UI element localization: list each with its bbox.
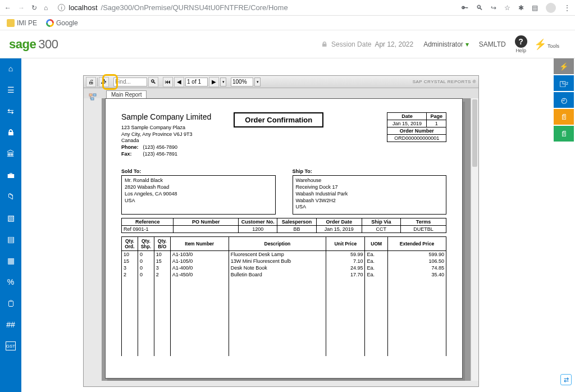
chevron-down-icon: ▾ bbox=[466, 40, 469, 48]
next-page-button[interactable]: ▶ bbox=[209, 77, 219, 87]
google-icon bbox=[46, 19, 54, 27]
rail-window1-icon[interactable]: ◳2 bbox=[554, 75, 574, 91]
table-row: 202A1-450/0Bulletin Board17.70Ea.35.40 bbox=[122, 271, 446, 356]
reload-icon[interactable]: ↻ bbox=[31, 4, 37, 12]
teamviewer-icon[interactable]: ⇄ bbox=[560, 374, 572, 385]
back-icon[interactable]: ← bbox=[4, 4, 11, 12]
nav-home-icon[interactable]: ⌂ bbox=[6, 64, 16, 73]
rail-bolt-icon[interactable]: ⚡ bbox=[554, 58, 574, 74]
first-page-button[interactable]: ⏮ bbox=[163, 77, 173, 87]
nav-card-icon[interactable]: ▧ bbox=[6, 213, 16, 222]
browser-toolbar: ← → ↻ ⌂ i localhost/Sage300/OnPremise/QU… bbox=[0, 0, 575, 16]
key-icon[interactable]: 🔑︎ bbox=[462, 4, 468, 12]
crystal-brand: SAP CRYSTAL REPORTS ® bbox=[413, 79, 476, 84]
report-canvas: Sample Company Limited 123 Sample Compan… bbox=[102, 98, 471, 381]
panel-icon[interactable]: ▤ bbox=[532, 4, 538, 12]
report-tabbar: Main Report bbox=[84, 88, 478, 98]
app-header: sage300 🔒︎ Session Date Apr 12, 2022 Adm… bbox=[0, 30, 575, 58]
extensions-icon[interactable]: ✱ bbox=[518, 4, 524, 12]
company-name: Sample Company Limited bbox=[121, 112, 211, 121]
table-row: 15015A1-105/013W Mini Fluorescent Bulb7.… bbox=[122, 258, 446, 265]
info-icon: i bbox=[58, 4, 65, 11]
bookmarks-bar: IMI PE Google bbox=[0, 16, 575, 30]
sage-logo[interactable]: sage300 bbox=[9, 37, 58, 52]
nav-hash-icon[interactable]: ## bbox=[6, 320, 16, 329]
forward-icon[interactable]: → bbox=[18, 4, 25, 12]
bookmark-google[interactable]: Google bbox=[46, 19, 78, 27]
zoom-icon[interactable]: 🔍︎ bbox=[476, 4, 483, 12]
nav-adjust-icon[interactable]: ⇆ bbox=[6, 107, 16, 116]
nav-clipboard-icon[interactable]: 📋︎ bbox=[6, 299, 16, 308]
report-page: Sample Company Limited 123 Sample Compan… bbox=[105, 98, 463, 379]
user-menu[interactable]: Administrator ▾ bbox=[423, 40, 469, 48]
zoom-dropdown[interactable]: ▾ bbox=[254, 78, 261, 86]
imi-icon bbox=[7, 19, 15, 27]
export-button[interactable]: 📥︎ bbox=[99, 77, 109, 87]
nav-percent-icon[interactable]: % bbox=[6, 277, 16, 286]
line-items-table: Qty. Ord. Qty. Shp. Qty. B/O Item Number… bbox=[121, 236, 446, 356]
session-date: 🔒︎ Session Date Apr 12, 2022 bbox=[321, 40, 413, 48]
profile-icon[interactable] bbox=[546, 3, 556, 13]
tab-main-report[interactable]: Main Report bbox=[106, 90, 147, 98]
ship-to-box: Ship To: Warehouse Receiving Dock 17 Wab… bbox=[293, 168, 447, 215]
rail-window2-icon[interactable]: ◴ bbox=[554, 92, 574, 108]
nav-grid-icon[interactable]: ▦ bbox=[6, 256, 16, 265]
nav-briefcase-icon[interactable]: 💼︎ bbox=[6, 171, 16, 180]
nav-doc-icon[interactable]: ▤ bbox=[6, 235, 16, 244]
menu-icon[interactable]: ⋮ bbox=[564, 4, 571, 12]
nav-lock-icon[interactable]: 🔒︎ bbox=[6, 128, 16, 137]
table-row: 303A1-400/0Desk Note Book24.95Ea.74.85 bbox=[122, 265, 446, 271]
sidebar: ⌂ ☰ ⇆ 🔒︎ 🏛︎ 💼︎ 📁︎ ▧ ▤ ▦ % 📋︎ ## GST ▸ bbox=[0, 58, 21, 392]
prev-page-button[interactable]: ◀ bbox=[174, 77, 184, 87]
group-tree-icon[interactable] bbox=[88, 93, 97, 102]
rail-doc-icon[interactable]: 📄︎ bbox=[554, 109, 574, 125]
url-bar[interactable]: i localhost/Sage300/OnPremise/QURNSU4tU0… bbox=[53, 3, 456, 12]
zoom-level[interactable]: 100% bbox=[231, 78, 253, 86]
bookmark-imi[interactable]: IMI PE bbox=[7, 19, 37, 27]
sold-to-box: Sold To: Mr. Ronald Black 2820 Wabash Ro… bbox=[121, 168, 276, 215]
main-content: 🖨︎ 📥︎ 🔍︎ ⏮ ◀ 1 of 1 ▶ ▾ 100% ▾ SAP CRYST… bbox=[21, 58, 575, 392]
company-code[interactable]: SAMLTD bbox=[479, 40, 506, 48]
lock-icon: 🔒︎ bbox=[321, 40, 328, 48]
company-address: 123 Sample Company Plaza Any City, Any P… bbox=[121, 125, 211, 157]
help-icon: ? bbox=[515, 35, 527, 48]
find-button[interactable]: 🔍︎ bbox=[148, 77, 158, 87]
rail-page-icon[interactable]: 📄︎ bbox=[554, 126, 574, 142]
nav-list-icon[interactable]: ☰ bbox=[6, 85, 16, 94]
report-toolbar: 🖨︎ 📥︎ 🔍︎ ⏮ ◀ 1 of 1 ▶ ▾ 100% ▾ SAP CRYST… bbox=[84, 76, 478, 88]
date-orderno-box: DatePage Jan 15, 20191 Order Number ORD0… bbox=[387, 112, 446, 142]
help-button[interactable]: ? Help bbox=[515, 35, 527, 53]
find-input[interactable] bbox=[113, 78, 147, 86]
page-indicator[interactable]: 1 of 1 bbox=[185, 78, 208, 86]
vertical-scrollbar[interactable] bbox=[471, 98, 478, 381]
order-info-row: Reference PO Number Customer No. Salespe… bbox=[121, 218, 446, 233]
star-icon[interactable]: ☆ bbox=[504, 4, 510, 12]
svg-rect-1 bbox=[93, 94, 96, 96]
right-rail: ⚡ ◳2 ◴ 📄︎ 📄︎ bbox=[554, 58, 575, 142]
share-icon[interactable]: ↪ bbox=[491, 4, 496, 12]
svg-rect-0 bbox=[89, 94, 92, 96]
print-button[interactable]: 🖨︎ bbox=[86, 77, 96, 87]
nav-folder-icon[interactable]: 📁︎ bbox=[6, 192, 16, 201]
tools-icon: ⚡ bbox=[534, 39, 546, 50]
tools-button[interactable]: ⚡ Tools bbox=[534, 38, 559, 51]
page-dropdown[interactable]: ▾ bbox=[220, 78, 226, 86]
crystal-viewer: 🖨︎ 📥︎ 🔍︎ ⏮ ◀ 1 of 1 ▶ ▾ 100% ▾ SAP CRYST… bbox=[83, 75, 479, 387]
nav-tag-icon[interactable]: GST bbox=[6, 341, 16, 350]
table-row: 10010A1-103/0Fluorescent Desk Lamp59.99E… bbox=[122, 251, 446, 258]
svg-rect-2 bbox=[91, 98, 94, 100]
home-icon[interactable]: ⌂ bbox=[44, 4, 48, 12]
nav-bank-icon[interactable]: 🏛︎ bbox=[6, 149, 16, 158]
report-title: Order Confirmation bbox=[234, 112, 323, 127]
